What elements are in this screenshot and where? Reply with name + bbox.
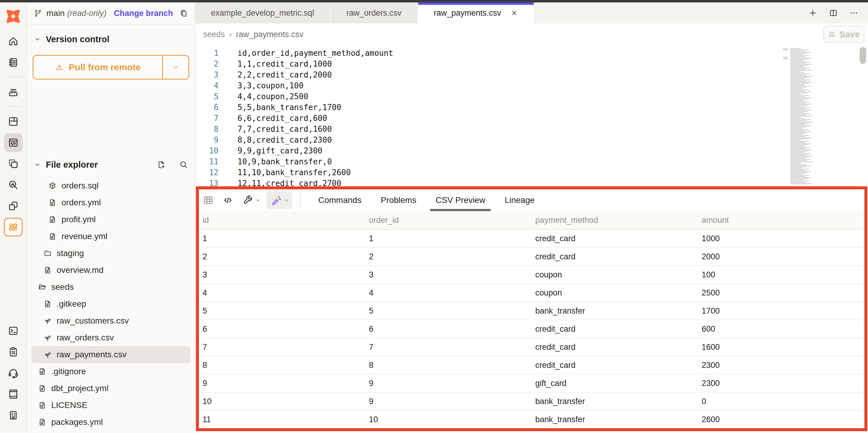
- ai-assist-button[interactable]: [267, 192, 292, 209]
- file-explorer-header[interactable]: File explorer: [27, 157, 195, 172]
- code-line[interactable]: 11,10,bank_transfer,2600: [233, 167, 787, 178]
- bottom-panel-tab[interactable]: Commands: [309, 190, 371, 211]
- file-type-icon: [48, 215, 57, 224]
- code-line[interactable]: 3,3,coupon,100: [233, 80, 787, 91]
- file-item-label: revenue.yml: [61, 232, 107, 241]
- editor-tab-bar: example_develop_metric.sql raw_orders.cs…: [195, 2, 868, 24]
- chevron-down-icon[interactable]: [255, 197, 261, 203]
- cell-payment-method: credit_card: [532, 252, 698, 261]
- rail-docs[interactable]: [4, 53, 23, 72]
- editor-scrollbar-thumb[interactable]: [860, 47, 866, 64]
- file-item[interactable]: packages.yml: [31, 414, 190, 431]
- code-line[interactable]: id,order_id,payment_method,amount: [233, 48, 787, 58]
- code-line[interactable]: 4,4,coupon,2500: [233, 91, 787, 102]
- overview-ruler-mark: [783, 57, 788, 59]
- cell-order-id: 9: [365, 397, 532, 406]
- new-tab-icon[interactable]: [808, 8, 817, 18]
- code-line[interactable]: 2,2,credit_card,2000: [233, 69, 787, 80]
- file-item[interactable]: raw_orders.csv: [31, 329, 190, 346]
- rail-divider[interactable]: [4, 77, 22, 77]
- code-view-icon[interactable]: [222, 195, 233, 206]
- dbt-logo-icon[interactable]: [5, 8, 22, 25]
- file-item[interactable]: profit.yml: [31, 211, 190, 228]
- pull-from-remote-main[interactable]: Pull from remote: [33, 56, 162, 79]
- rail-dashboard[interactable]: [4, 112, 23, 131]
- cell-id: 8: [199, 360, 365, 370]
- file-item[interactable]: .gitignore: [31, 363, 190, 380]
- file-item[interactable]: orders.yml: [31, 194, 190, 211]
- cell-amount: 600: [698, 324, 864, 334]
- file-item[interactable]: raw_customers.csv: [31, 312, 190, 329]
- file-item[interactable]: .gitkeep: [31, 295, 190, 312]
- rail-home[interactable]: [4, 32, 23, 51]
- rail-jobs[interactable]: [4, 83, 23, 101]
- rail-logs[interactable]: [4, 343, 23, 361]
- rail-support[interactable]: [4, 364, 23, 382]
- version-control-section: Version control Pull from remote: [27, 31, 195, 80]
- code-line[interactable]: 6,6,credit_card,600: [233, 113, 787, 124]
- editor-header: seeds › raw_payments.csv Save: [195, 24, 868, 45]
- bottom-panel-tab[interactable]: Lineage: [495, 190, 544, 211]
- rail-terminal[interactable]: [4, 321, 23, 340]
- change-branch-link[interactable]: Change branch: [114, 9, 173, 18]
- table-column-header: payment_method: [532, 215, 698, 225]
- new-file-icon[interactable]: [157, 160, 166, 169]
- table-view-icon[interactable]: [203, 195, 214, 206]
- rail-organization[interactable]: [4, 406, 23, 425]
- close-icon[interactable]: [510, 9, 518, 17]
- bottom-panel-tab[interactable]: CSV Preview: [426, 190, 495, 211]
- version-control-header[interactable]: Version control: [27, 31, 195, 47]
- editor-tab[interactable]: raw_payments.csv: [418, 2, 535, 24]
- pull-options-dropdown[interactable]: [162, 56, 188, 79]
- file-item[interactable]: dbt_project.yml: [31, 380, 190, 397]
- tab-label: raw_payments.csv: [434, 8, 501, 18]
- editor-tab[interactable]: example_develop_metric.sql: [195, 2, 331, 24]
- file-item-label: raw_orders.csv: [57, 333, 114, 343]
- code-line[interactable]: 1,1,credit_card,1000: [233, 58, 787, 69]
- minimap[interactable]: [790, 48, 814, 184]
- cell-payment-method: bank_transfer: [532, 397, 698, 406]
- cell-payment-method: coupon: [532, 288, 698, 298]
- rail-documentation[interactable]: [4, 385, 23, 403]
- rail-copilot[interactable]: [4, 218, 23, 236]
- rail-top-items: [4, 32, 23, 239]
- rail-ide[interactable]: [4, 133, 23, 152]
- code-editor[interactable]: 12345678910111213 id,order_id,payment_me…: [195, 45, 868, 189]
- rail-insights[interactable]: [4, 175, 23, 194]
- rail-divider[interactable]: [4, 106, 22, 107]
- line-number: 11: [195, 156, 218, 167]
- table-row: 1 1 credit_card 1000: [199, 230, 864, 248]
- cell-amount: 1000: [698, 234, 864, 243]
- search-files-icon[interactable]: [179, 160, 188, 169]
- cell-id: 6: [199, 324, 365, 334]
- file-item[interactable]: orders.sql: [31, 177, 190, 194]
- split-editor-icon[interactable]: [829, 8, 838, 18]
- file-item[interactable]: overview.md: [31, 262, 190, 279]
- file-item[interactable]: raw_payments.csv: [31, 346, 190, 363]
- rail-catalog[interactable]: [4, 197, 23, 215]
- rail-item-icon: [7, 325, 19, 337]
- file-item[interactable]: LICENSE: [31, 397, 190, 414]
- wrench-icon[interactable]: [242, 195, 253, 206]
- file-item[interactable]: staging: [31, 245, 190, 262]
- file-list: orders.sql orders.yml profit.yml revenue…: [27, 177, 195, 431]
- rail-canvas[interactable]: [4, 154, 23, 173]
- file-item[interactable]: seeds: [31, 279, 190, 295]
- save-button[interactable]: Save: [824, 26, 864, 43]
- code-line[interactable]: 10,9,bank_transfer,0: [233, 156, 787, 167]
- code-line[interactable]: 5,5,bank_transfer,1700: [233, 102, 787, 113]
- chevron-down-icon: [34, 161, 41, 168]
- code-line[interactable]: 8,8,credit_card,2300: [233, 135, 787, 145]
- file-item[interactable]: revenue.yml: [31, 228, 190, 245]
- editor-tab[interactable]: raw_orders.csv: [331, 2, 418, 24]
- cell-payment-method: gift_card: [532, 379, 698, 388]
- table-row: 11 10 bank_transfer 2600: [199, 411, 864, 429]
- save-icon: [828, 30, 836, 38]
- more-options-icon[interactable]: [849, 8, 858, 18]
- bottom-panel-tab[interactable]: Problems: [371, 190, 426, 211]
- code-line[interactable]: 7,7,credit_card,1600: [233, 124, 787, 135]
- copy-branch-icon[interactable]: [179, 9, 188, 18]
- code-line[interactable]: 9,9,gift_card,2300: [233, 145, 787, 156]
- cell-payment-method: credit_card: [532, 360, 698, 370]
- code-lines[interactable]: id,order_id,payment_method,amount1,1,cre…: [233, 48, 787, 189]
